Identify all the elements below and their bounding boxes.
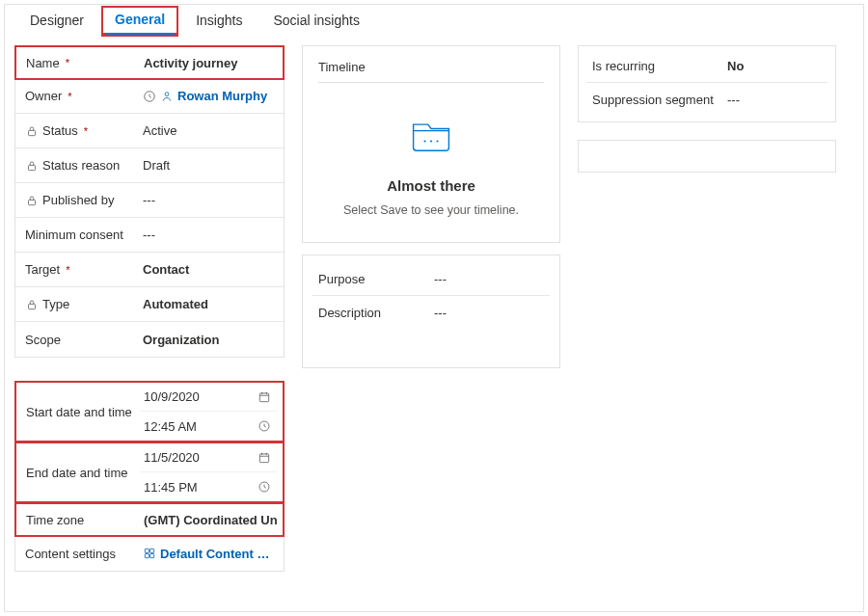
row-target: Target * Contact [15, 253, 284, 287]
status-reason-label: Status reason [42, 158, 120, 173]
meta-panel: Purpose --- Description --- [302, 254, 560, 368]
row-status: Status * Active [15, 114, 284, 148]
description-value[interactable]: --- [434, 306, 447, 320]
clock-icon[interactable] [258, 419, 271, 433]
recent-icon [143, 90, 156, 103]
lock-icon [25, 159, 39, 173]
published-by-value: --- [139, 193, 278, 207]
svg-rect-4 [29, 200, 36, 204]
content-settings-value-cell[interactable]: Default Content Set... [139, 547, 278, 561]
purpose-label: Purpose [318, 272, 434, 286]
schedule-fields-panel: Start date and time 10/9/2020 12:45 AM [14, 381, 285, 572]
end-date-label: End date and time [20, 443, 140, 501]
folder-icon [406, 110, 456, 160]
svg-point-15 [430, 140, 432, 142]
description-label: Description [318, 306, 434, 320]
row-owner: Owner * Rowan Murphy [15, 79, 284, 114]
row-scope: Scope Organization [15, 322, 284, 357]
start-date-value[interactable]: 10/9/2020 [144, 389, 200, 404]
row-min-consent: Minimum consent --- [15, 218, 284, 253]
scope-value[interactable]: Organization [139, 333, 278, 347]
end-time-value[interactable]: 11:45 PM [144, 480, 198, 495]
target-label: Target [25, 262, 60, 277]
time-zone-label: Time zone [26, 513, 84, 527]
person-icon [160, 90, 174, 103]
required-indicator: * [64, 57, 69, 68]
owner-label: Owner [25, 89, 62, 103]
purpose-value[interactable]: --- [434, 272, 447, 286]
type-label: Type [42, 297, 69, 311]
tab-general[interactable]: General [101, 6, 178, 37]
right-column: Is recurring No Suppression segment --- [578, 45, 836, 572]
scope-label: Scope [25, 333, 61, 347]
svg-rect-8 [259, 453, 268, 462]
lock-icon [25, 298, 39, 311]
owner-value-cell[interactable]: Rowan Murphy [139, 89, 278, 103]
timeline-subtext: Select Save to see your timeline. [318, 203, 544, 217]
svg-rect-13 [150, 554, 154, 558]
suppression-label: Suppression segment [592, 93, 727, 107]
type-value: Automated [139, 297, 278, 311]
recurrence-panel: Is recurring No Suppression segment --- [578, 45, 836, 122]
row-description: Description --- [312, 296, 550, 329]
required-indicator: * [82, 125, 88, 137]
timeline-title: Timeline [318, 60, 544, 83]
timeline-heading: Almost there [318, 177, 544, 194]
required-indicator: * [64, 264, 69, 276]
calendar-icon[interactable] [258, 390, 271, 404]
row-suppression-segment: Suppression segment --- [586, 83, 827, 116]
svg-rect-3 [29, 165, 36, 170]
svg-rect-6 [259, 392, 268, 401]
tab-social-insights[interactable]: Social insights [259, 7, 373, 36]
svg-rect-10 [145, 549, 149, 552]
lock-icon [25, 194, 39, 207]
svg-rect-11 [150, 549, 154, 552]
owner-link[interactable]: Rowan Murphy [177, 89, 267, 103]
svg-rect-2 [29, 130, 36, 135]
row-name: Name * Activity journey [14, 45, 285, 80]
row-published-by: Published by --- [15, 183, 284, 218]
page-container: Designer General Insights Social insight… [4, 4, 864, 612]
min-consent-value[interactable]: --- [139, 228, 278, 242]
row-end-date: End date and time 11/5/2020 11:45 PM [14, 442, 285, 503]
svg-point-1 [165, 92, 169, 95]
svg-rect-12 [145, 554, 149, 558]
start-date-label: Start date and time [20, 383, 140, 441]
timeline-panel: Timeline Almost there Select Save to see… [302, 45, 560, 243]
time-zone-value[interactable]: (GMT) Coordinated Unive [140, 513, 277, 527]
published-by-label: Published by [42, 193, 114, 207]
row-is-recurring: Is recurring No [586, 50, 827, 83]
row-content-settings: Content settings Default Content Set... [15, 536, 284, 571]
content-area: Name * Activity journey Owner * [5, 38, 863, 579]
name-value[interactable]: Activity journey [140, 56, 277, 70]
empty-panel [578, 140, 836, 173]
content-settings-link[interactable]: Default Content Set... [160, 547, 276, 561]
general-fields-panel: Name * Activity journey Owner * [14, 45, 285, 358]
row-type: Type Automated [15, 287, 284, 322]
row-start-date: Start date and time 10/9/2020 12:45 AM [14, 381, 285, 442]
row-time-zone: Time zone (GMT) Coordinated Unive [14, 502, 285, 537]
suppression-value[interactable]: --- [727, 93, 740, 107]
tab-designer[interactable]: Designer [16, 7, 97, 36]
svg-point-14 [423, 140, 425, 142]
is-recurring-label: Is recurring [592, 59, 727, 73]
clock-icon[interactable] [258, 480, 271, 494]
tab-insights[interactable]: Insights [182, 7, 256, 36]
required-indicator: * [66, 91, 71, 102]
end-date-value[interactable]: 11/5/2020 [144, 450, 200, 465]
status-reason-value: Draft [139, 158, 278, 173]
middle-column: Timeline Almost there Select Save to see… [302, 45, 560, 572]
min-consent-label: Minimum consent [25, 228, 123, 242]
svg-rect-5 [29, 304, 36, 308]
start-time-value[interactable]: 12:45 AM [144, 419, 197, 434]
lock-icon [25, 124, 39, 138]
target-value[interactable]: Contact [139, 262, 278, 277]
name-label: Name [26, 56, 60, 70]
status-label: Status [42, 123, 78, 138]
is-recurring-value[interactable]: No [727, 59, 744, 73]
settings-entity-icon [143, 547, 156, 560]
row-purpose: Purpose --- [312, 263, 550, 296]
left-column: Name * Activity journey Owner * [14, 45, 285, 572]
calendar-icon[interactable] [258, 451, 271, 465]
svg-point-16 [436, 140, 438, 142]
